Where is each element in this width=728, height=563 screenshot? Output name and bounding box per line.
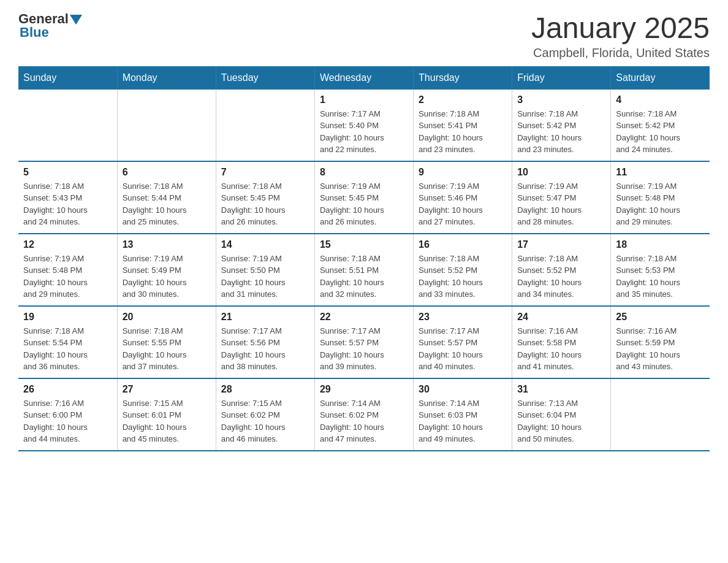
day-of-week-sunday: Sunday: [18, 66, 117, 90]
day-info: Sunrise: 7:17 AMSunset: 5:57 PMDaylight:…: [320, 325, 408, 373]
day-number: 14: [221, 239, 309, 250]
calendar-body: 1Sunrise: 7:17 AMSunset: 5:40 PMDaylight…: [18, 90, 710, 451]
day-number: 12: [23, 239, 112, 250]
day-info: Sunrise: 7:18 AMSunset: 5:51 PMDaylight:…: [320, 253, 408, 301]
calendar-week-4: 19Sunrise: 7:18 AMSunset: 5:54 PMDayligh…: [18, 306, 710, 378]
day-info: Sunrise: 7:13 AMSunset: 6:04 PMDaylight:…: [517, 397, 605, 445]
logo-general: General: [18, 12, 69, 26]
calendar-cell: 7Sunrise: 7:18 AMSunset: 5:45 PMDaylight…: [216, 161, 314, 234]
day-of-week-thursday: Thursday: [414, 66, 512, 90]
day-number: 10: [517, 167, 605, 178]
day-number: 15: [320, 239, 408, 250]
day-info: Sunrise: 7:19 AMSunset: 5:50 PMDaylight:…: [221, 253, 309, 301]
calendar-cell: 11Sunrise: 7:19 AMSunset: 5:48 PMDayligh…: [611, 161, 710, 234]
title-section: January 2025 Campbell, Florida, United S…: [531, 12, 710, 60]
day-info: Sunrise: 7:19 AMSunset: 5:49 PMDaylight:…: [123, 253, 211, 301]
day-info: Sunrise: 7:14 AMSunset: 6:02 PMDaylight:…: [320, 397, 408, 445]
calendar-cell: 19Sunrise: 7:18 AMSunset: 5:54 PMDayligh…: [18, 306, 117, 378]
calendar-cell: 13Sunrise: 7:19 AMSunset: 5:49 PMDayligh…: [117, 234, 216, 306]
calendar-cell: 4Sunrise: 7:18 AMSunset: 5:42 PMDaylight…: [611, 90, 710, 161]
day-of-week-tuesday: Tuesday: [216, 66, 314, 90]
calendar-cell: 18Sunrise: 7:18 AMSunset: 5:53 PMDayligh…: [611, 234, 710, 306]
day-info: Sunrise: 7:19 AMSunset: 5:47 PMDaylight:…: [517, 180, 605, 228]
calendar-cell: 10Sunrise: 7:19 AMSunset: 5:47 PMDayligh…: [512, 161, 611, 234]
day-number: 3: [517, 94, 605, 105]
day-number: 27: [123, 384, 211, 395]
day-number: 28: [221, 384, 309, 395]
calendar-cell: 30Sunrise: 7:14 AMSunset: 6:03 PMDayligh…: [414, 378, 512, 451]
day-of-week-saturday: Saturday: [611, 66, 710, 90]
calendar-cell: [216, 90, 314, 161]
calendar-cell: 31Sunrise: 7:13 AMSunset: 6:04 PMDayligh…: [512, 378, 611, 451]
day-number: 25: [616, 312, 705, 323]
calendar-week-1: 1Sunrise: 7:17 AMSunset: 5:40 PMDaylight…: [18, 90, 710, 161]
day-info: Sunrise: 7:18 AMSunset: 5:52 PMDaylight:…: [419, 253, 507, 301]
logo-text: General: [18, 12, 82, 26]
day-number: 19: [23, 312, 112, 323]
calendar-cell: 26Sunrise: 7:16 AMSunset: 6:00 PMDayligh…: [18, 378, 117, 451]
day-info: Sunrise: 7:15 AMSunset: 6:01 PMDaylight:…: [123, 397, 211, 445]
day-number: 11: [616, 167, 705, 178]
page-header: General Blue January 2025 Campbell, Flor…: [18, 12, 710, 60]
day-number: 6: [123, 167, 211, 178]
calendar-cell: 6Sunrise: 7:18 AMSunset: 5:44 PMDaylight…: [117, 161, 216, 234]
day-info: Sunrise: 7:18 AMSunset: 5:43 PMDaylight:…: [23, 180, 112, 228]
calendar-cell: [611, 378, 710, 451]
day-info: Sunrise: 7:18 AMSunset: 5:42 PMDaylight:…: [616, 108, 705, 156]
calendar-cell: 28Sunrise: 7:15 AMSunset: 6:02 PMDayligh…: [216, 378, 314, 451]
day-info: Sunrise: 7:17 AMSunset: 5:40 PMDaylight:…: [320, 108, 408, 156]
day-info: Sunrise: 7:18 AMSunset: 5:42 PMDaylight:…: [517, 108, 605, 156]
day-info: Sunrise: 7:18 AMSunset: 5:45 PMDaylight:…: [221, 180, 309, 228]
day-info: Sunrise: 7:18 AMSunset: 5:44 PMDaylight:…: [123, 180, 211, 228]
calendar-cell: 29Sunrise: 7:14 AMSunset: 6:02 PMDayligh…: [314, 378, 413, 451]
day-of-week-friday: Friday: [512, 66, 611, 90]
calendar-week-5: 26Sunrise: 7:16 AMSunset: 6:00 PMDayligh…: [18, 378, 710, 451]
day-of-week-monday: Monday: [117, 66, 216, 90]
calendar-cell: [117, 90, 216, 161]
day-number: 29: [320, 384, 408, 395]
calendar-cell: 24Sunrise: 7:16 AMSunset: 5:58 PMDayligh…: [512, 306, 611, 378]
day-info: Sunrise: 7:18 AMSunset: 5:54 PMDaylight:…: [23, 325, 112, 373]
day-info: Sunrise: 7:18 AMSunset: 5:41 PMDaylight:…: [419, 108, 507, 156]
day-info: Sunrise: 7:18 AMSunset: 5:52 PMDaylight:…: [517, 253, 605, 301]
day-info: Sunrise: 7:19 AMSunset: 5:48 PMDaylight:…: [616, 180, 705, 228]
logo: General Blue: [18, 12, 82, 40]
day-number: 9: [419, 167, 507, 178]
day-info: Sunrise: 7:14 AMSunset: 6:03 PMDaylight:…: [419, 397, 507, 445]
day-number: 8: [320, 167, 408, 178]
calendar-week-2: 5Sunrise: 7:18 AMSunset: 5:43 PMDaylight…: [18, 161, 710, 234]
calendar-cell: 17Sunrise: 7:18 AMSunset: 5:52 PMDayligh…: [512, 234, 611, 306]
calendar-cell: 3Sunrise: 7:18 AMSunset: 5:42 PMDaylight…: [512, 90, 611, 161]
calendar-cell: 23Sunrise: 7:17 AMSunset: 5:57 PMDayligh…: [414, 306, 512, 378]
day-info: Sunrise: 7:16 AMSunset: 5:59 PMDaylight:…: [616, 325, 705, 373]
calendar-cell: 15Sunrise: 7:18 AMSunset: 5:51 PMDayligh…: [314, 234, 413, 306]
calendar-week-3: 12Sunrise: 7:19 AMSunset: 5:48 PMDayligh…: [18, 234, 710, 306]
day-number: 21: [221, 312, 309, 323]
day-number: 18: [616, 239, 705, 250]
day-number: 1: [320, 94, 408, 105]
day-info: Sunrise: 7:15 AMSunset: 6:02 PMDaylight:…: [221, 397, 309, 445]
day-number: 22: [320, 312, 408, 323]
calendar-cell: 2Sunrise: 7:18 AMSunset: 5:41 PMDaylight…: [414, 90, 512, 161]
day-number: 20: [123, 312, 211, 323]
day-number: 2: [419, 94, 507, 105]
day-of-week-wednesday: Wednesday: [314, 66, 413, 90]
logo-arrow-icon: [70, 15, 82, 25]
day-number: 31: [517, 384, 605, 395]
calendar-cell: 21Sunrise: 7:17 AMSunset: 5:56 PMDayligh…: [216, 306, 314, 378]
day-info: Sunrise: 7:19 AMSunset: 5:45 PMDaylight:…: [320, 180, 408, 228]
day-info: Sunrise: 7:18 AMSunset: 5:53 PMDaylight:…: [616, 253, 705, 301]
calendar-cell: [18, 90, 117, 161]
calendar-cell: 5Sunrise: 7:18 AMSunset: 5:43 PMDaylight…: [18, 161, 117, 234]
calendar-cell: 25Sunrise: 7:16 AMSunset: 5:59 PMDayligh…: [611, 306, 710, 378]
day-info: Sunrise: 7:16 AMSunset: 5:58 PMDaylight:…: [517, 325, 605, 373]
calendar-table: SundayMondayTuesdayWednesdayThursdayFrid…: [18, 66, 710, 451]
calendar-header: SundayMondayTuesdayWednesdayThursdayFrid…: [18, 66, 710, 90]
calendar-cell: 27Sunrise: 7:15 AMSunset: 6:01 PMDayligh…: [117, 378, 216, 451]
day-info: Sunrise: 7:18 AMSunset: 5:55 PMDaylight:…: [123, 325, 211, 373]
day-number: 17: [517, 239, 605, 250]
calendar-cell: 22Sunrise: 7:17 AMSunset: 5:57 PMDayligh…: [314, 306, 413, 378]
day-number: 23: [419, 312, 507, 323]
day-info: Sunrise: 7:17 AMSunset: 5:57 PMDaylight:…: [419, 325, 507, 373]
calendar-cell: 1Sunrise: 7:17 AMSunset: 5:40 PMDaylight…: [314, 90, 413, 161]
